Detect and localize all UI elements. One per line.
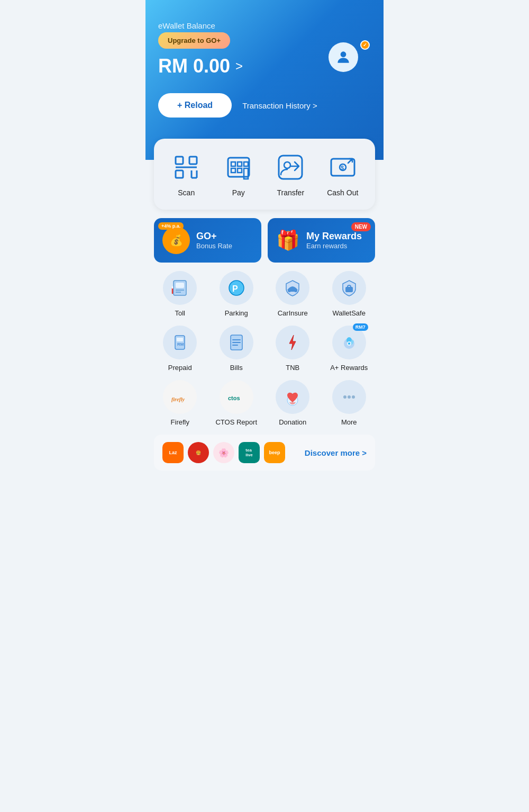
svg-text:$: $ — [341, 165, 344, 171]
walletsafe-service[interactable]: WalletSafe — [323, 271, 376, 317]
svg-point-0 — [341, 51, 346, 57]
svg-rect-9 — [231, 162, 235, 166]
bills-label: Bills — [230, 364, 243, 372]
avatar[interactable] — [329, 42, 358, 72]
promo-row: 💰 +4% p.a. GO+ Bonus Rate NEW 🎁 My Rewar… — [154, 218, 375, 263]
balance-arrow[interactable]: > — [235, 59, 243, 74]
svg-rect-34 — [177, 338, 183, 341]
services-row-3: firefly Firefly ctos CTOS Report — [154, 380, 375, 426]
svg-rect-13 — [244, 162, 248, 166]
discover-bar: Laz 🍔 🌸 tealive beep Discover more > — [154, 435, 375, 471]
transfer-icon — [275, 151, 306, 183]
bills-icon — [220, 326, 253, 359]
go-plus-subtitle: Bonus Rate — [196, 242, 232, 250]
transfer-label: Transfer — [277, 188, 304, 197]
parking-label: Parking — [225, 309, 248, 317]
rewards-title: My Rewards — [306, 231, 362, 242]
more-label: More — [341, 418, 357, 426]
svg-rect-8 — [228, 158, 249, 177]
a-rewards-icon: RM7 — [332, 326, 366, 359]
rewards-subtitle: Earn rewards — [306, 242, 362, 250]
svg-text:RM: RM — [177, 342, 184, 347]
mcd-logo: 🍔 — [188, 442, 209, 463]
svg-rect-30 — [289, 289, 296, 292]
go-plus-title: GO+ — [196, 231, 232, 242]
carinsure-icon — [276, 271, 309, 305]
beep-logo: beep — [264, 442, 285, 463]
more-icon — [332, 380, 366, 414]
svg-point-44 — [348, 342, 350, 345]
balance-amount: RM 0.00 — [158, 55, 230, 77]
svg-point-48 — [343, 395, 346, 399]
parking-service[interactable]: P Parking — [211, 271, 263, 317]
ctos-label: CTOS Report — [215, 418, 257, 426]
transaction-history-link[interactable]: Transaction History > — [242, 101, 317, 110]
tnb-label: TNB — [286, 364, 299, 372]
firefly-icon: firefly — [163, 380, 197, 414]
bills-service[interactable]: Bills — [211, 326, 263, 372]
user-icon — [335, 49, 352, 66]
walletsafe-icon — [332, 271, 366, 305]
tnb-service[interactable]: TNB — [267, 326, 319, 372]
carinsure-service[interactable]: CarInsure — [267, 271, 319, 317]
discover-logos: Laz 🍔 🌸 tealive beep — [162, 442, 285, 463]
toll-label: Toll — [175, 309, 185, 317]
ctos-icon: ctos — [220, 380, 253, 414]
my-rewards-card[interactable]: NEW 🎁 My Rewards Earn rewards — [268, 218, 375, 263]
cash-out-action[interactable]: $ Cash Out — [319, 151, 367, 197]
svg-rect-21 — [176, 283, 184, 288]
discover-more-link[interactable]: Discover more > — [305, 448, 367, 457]
donation-label: Donation — [279, 418, 306, 426]
svg-rect-11 — [231, 168, 235, 173]
go-plus-card[interactable]: 💰 +4% p.a. GO+ Bonus Rate — [154, 218, 261, 263]
svg-point-50 — [352, 395, 355, 399]
svg-point-16 — [284, 162, 290, 168]
services-row-2: RM Prepaid Bills — [154, 326, 375, 372]
pay-label: Pay — [232, 188, 245, 197]
svg-text:firefly: firefly — [171, 396, 185, 402]
a-rewards-service[interactable]: RM7 A+ Rewards — [323, 326, 376, 372]
cash-out-icon: $ — [327, 151, 359, 183]
scan-action[interactable]: Scan — [162, 151, 211, 197]
firefly-service[interactable]: firefly Firefly — [154, 380, 206, 426]
svg-point-49 — [348, 395, 351, 399]
prepaid-icon: RM — [163, 326, 197, 359]
cash-out-label: Cash Out — [327, 188, 358, 197]
bp-logo: 🌸 — [213, 442, 234, 463]
svg-rect-3 — [176, 170, 183, 178]
pay-action[interactable]: Pay — [215, 151, 263, 197]
donation-icon — [276, 380, 309, 414]
svg-rect-12 — [238, 168, 242, 173]
lazada-logo: Laz — [162, 442, 184, 463]
toll-service[interactable]: Toll — [154, 271, 206, 317]
header-section: eWallet Balance Upgrade to GO+ RM 0.00 >… — [145, 0, 384, 160]
carinsure-label: CarInsure — [278, 309, 308, 317]
wallet-label: eWallet Balance — [158, 21, 230, 30]
ctos-service[interactable]: ctos CTOS Report — [211, 380, 263, 426]
walletsafe-label: WalletSafe — [333, 309, 366, 317]
reload-button[interactable]: + Reload — [158, 93, 232, 118]
services-row-1: Toll P Parking Car — [154, 271, 375, 317]
a-rewards-label: A+ Rewards — [330, 364, 368, 372]
firefly-label: Firefly — [171, 418, 189, 426]
toll-icon — [163, 271, 197, 305]
prepaid-label: Prepaid — [168, 364, 192, 372]
svg-rect-2 — [189, 157, 197, 164]
verified-badge — [360, 40, 370, 50]
new-badge: NEW — [351, 222, 371, 231]
transfer-action[interactable]: Transfer — [267, 151, 315, 197]
services-section: Toll P Parking Car — [154, 271, 375, 426]
donation-service[interactable]: Donation — [267, 380, 319, 426]
tnb-icon — [276, 326, 309, 359]
rm7-badge: RM7 — [353, 323, 368, 331]
parking-icon: P — [220, 271, 253, 305]
upgrade-button[interactable]: Upgrade to GO+ — [158, 32, 230, 49]
svg-text:P: P — [232, 284, 238, 293]
scan-icon — [170, 151, 202, 183]
tealive-logo: tealive — [239, 442, 260, 463]
prepaid-service[interactable]: RM Prepaid — [154, 326, 206, 372]
svg-rect-1 — [176, 157, 183, 164]
svg-rect-10 — [238, 162, 242, 166]
svg-text:ctos: ctos — [228, 395, 240, 401]
more-service[interactable]: More — [323, 380, 376, 426]
